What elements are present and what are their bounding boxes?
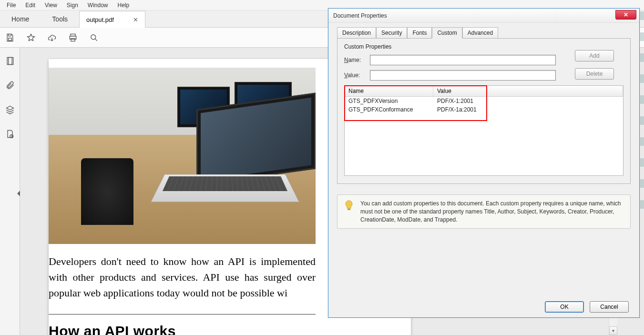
svg-rect-14 xyxy=(348,209,350,210)
name-label: Name: xyxy=(344,57,366,63)
collapse-sidebar-icon[interactable] xyxy=(17,191,20,196)
dialog-title: Document Properties xyxy=(333,12,615,19)
custom-properties-table[interactable]: Name Value GTS_PDFXVersion PDF/X-1:2001 … xyxy=(344,85,624,176)
lightbulb-icon xyxy=(343,200,355,211)
info-box: You can add custom properties to this do… xyxy=(337,194,631,229)
document-properties-dialog: Document Properties ✕ Description Securi… xyxy=(328,8,640,318)
menu-window[interactable]: Window xyxy=(83,1,113,10)
article-image xyxy=(49,68,316,244)
cell-name: GTS_PDFXVersion xyxy=(345,97,433,105)
dialog-tabs: Description Security Fonts Custom Advanc… xyxy=(328,23,639,38)
group-label: Custom Properties xyxy=(344,43,624,50)
table-row[interactable]: GTS_PDFXConformance PDF/X-1a:2001 xyxy=(345,105,623,114)
value-input[interactable] xyxy=(370,70,556,81)
left-sidebar xyxy=(0,48,20,335)
cell-value: PDF/X-1:2001 xyxy=(433,97,623,105)
cell-name: GTS_PDFXConformance xyxy=(345,105,433,114)
document-tab-title: output.pdf xyxy=(86,16,114,23)
article-paragraph: Developers don't need to know how an API… xyxy=(49,254,316,308)
dialog-close-button[interactable]: ✕ xyxy=(615,10,636,20)
menu-edit[interactable]: Edit xyxy=(20,1,40,10)
layers-icon[interactable] xyxy=(5,105,15,116)
save-icon[interactable] xyxy=(5,32,15,43)
custom-properties-pane: Custom Properties Name: Value: Add Delet… xyxy=(337,38,631,184)
add-button[interactable]: Add xyxy=(575,50,614,61)
tab-home[interactable]: Home xyxy=(0,10,41,27)
print-icon[interactable] xyxy=(68,32,78,43)
ok-button[interactable]: OK xyxy=(545,301,584,313)
menu-sign[interactable]: Sign xyxy=(62,1,83,10)
document-tab[interactable]: output.pdf ✕ xyxy=(79,11,145,28)
info-text: You can add custom properties to this do… xyxy=(360,200,624,223)
right-edge-strip xyxy=(639,9,644,333)
delete-button[interactable]: Delete xyxy=(575,68,614,80)
name-input[interactable] xyxy=(370,55,556,65)
menu-help[interactable]: Help xyxy=(113,1,134,10)
tab-custom[interactable]: Custom xyxy=(432,27,462,39)
tab-security[interactable]: Security xyxy=(376,27,407,39)
table-row[interactable]: GTS_PDFXVersion PDF/X-1:2001 xyxy=(345,97,623,105)
svg-rect-11 xyxy=(7,58,12,65)
attachment-icon[interactable] xyxy=(5,81,15,91)
star-icon[interactable] xyxy=(26,32,36,43)
thumbnails-icon[interactable] xyxy=(5,56,15,67)
dialog-titlebar[interactable]: Document Properties ✕ xyxy=(328,9,639,23)
cancel-button[interactable]: Cancel xyxy=(590,301,629,313)
scroll-down-icon[interactable]: ▼ xyxy=(609,326,617,335)
menu-file[interactable]: File xyxy=(2,1,20,10)
col-header-value[interactable]: Value xyxy=(433,86,623,96)
svg-rect-12 xyxy=(8,58,13,65)
tab-tools[interactable]: Tools xyxy=(41,10,79,27)
divider xyxy=(49,314,316,315)
cloud-icon[interactable] xyxy=(47,32,57,43)
tab-advanced[interactable]: Advanced xyxy=(462,27,498,39)
search-icon[interactable] xyxy=(89,32,99,43)
col-header-name[interactable]: Name xyxy=(345,86,433,96)
svg-rect-0 xyxy=(9,38,12,40)
dialog-footer: OK Cancel xyxy=(545,301,629,313)
close-tab-icon[interactable]: ✕ xyxy=(133,16,138,23)
bookmark-readonly-icon[interactable] xyxy=(5,129,15,140)
value-label: Value: xyxy=(344,72,366,79)
article-heading: How an API works xyxy=(49,323,411,335)
tab-fonts[interactable]: Fonts xyxy=(407,27,432,39)
svg-point-4 xyxy=(91,34,96,39)
svg-rect-3 xyxy=(71,38,75,41)
cell-value: PDF/X-1a:2001 xyxy=(433,105,623,114)
tab-description[interactable]: Description xyxy=(337,27,376,39)
menu-view[interactable]: View xyxy=(40,1,62,10)
